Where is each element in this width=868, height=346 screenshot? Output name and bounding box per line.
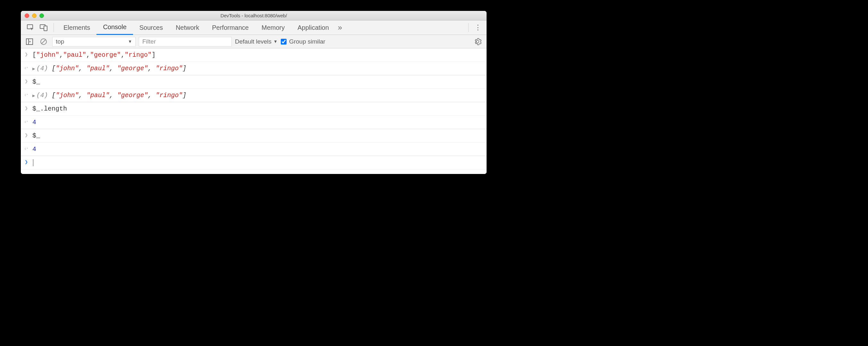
array-length-hint: (4) [36, 65, 52, 72]
group-similar-toggle[interactable]: Group similar [281, 38, 326, 45]
console-result-row: ‹•▶(4) ["john", "paul", "george", "ringo… [21, 89, 487, 102]
tab-memory[interactable]: Memory [255, 21, 291, 35]
console-input-code: $_ [32, 131, 40, 140]
execution-context-label: top [56, 38, 64, 45]
devtools-tabbar: ElementsConsoleSourcesNetworkPerformance… [21, 21, 487, 35]
console-result-value: ▶(4) ["john", "paul", "george", "ringo"] [32, 91, 187, 100]
divider [468, 23, 469, 32]
divider [54, 23, 54, 32]
output-chevron-icon: ‹• [23, 145, 29, 153]
devtools-window: DevTools - localhost:8080/web/ ElementsC… [21, 11, 487, 174]
console-input-row: ❯$_ [21, 129, 487, 143]
number-literal: 4 [32, 146, 36, 153]
console-input-row: ❯["john","paul","george","ringo"] [21, 49, 487, 62]
input-chevron-icon: ❯ [23, 131, 29, 140]
tab-performance[interactable]: Performance [206, 21, 255, 35]
console-result-value: 4 [32, 118, 36, 127]
toggle-sidebar-icon[interactable] [24, 38, 35, 45]
chevron-down-icon: ▼ [273, 39, 278, 44]
output-chevron-icon: ‹• [23, 64, 29, 72]
close-window-button[interactable] [25, 13, 29, 18]
console-result-value: 4 [32, 145, 36, 154]
console-result-value: ▶(4) ["john", "paul", "george", "ringo"] [32, 64, 187, 73]
more-tabs-icon[interactable]: » [335, 22, 345, 33]
console-output[interactable]: ❯["john","paul","george","ringo"]‹•▶(4) … [21, 49, 487, 174]
input-chevron-icon: ❯ [23, 104, 29, 113]
kebab-menu-icon[interactable]: ⋮ [472, 22, 485, 33]
output-chevron-icon: ‹• [23, 91, 29, 99]
console-prompt-input[interactable] [32, 158, 33, 167]
group-similar-label: Group similar [289, 38, 326, 45]
number-literal: 4 [32, 119, 36, 126]
titlebar: DevTools - localhost:8080/web/ [21, 11, 487, 21]
tab-sources[interactable]: Sources [133, 21, 169, 35]
tab-application[interactable]: Application [291, 21, 335, 35]
console-input-row: ❯$_ [21, 75, 487, 89]
zoom-window-button[interactable] [39, 13, 44, 18]
window-title: DevTools - localhost:8080/web/ [21, 13, 487, 18]
svg-rect-2 [44, 26, 47, 31]
expand-object-icon[interactable]: ▶ [32, 66, 36, 71]
console-settings-icon[interactable] [472, 37, 483, 46]
svg-line-6 [42, 40, 45, 43]
console-input-row: ❯$_.length [21, 102, 487, 116]
log-levels-label: Default levels [235, 38, 272, 45]
group-similar-checkbox[interactable] [281, 39, 286, 44]
prompt-chevron-icon: ❯ [23, 158, 29, 166]
inspect-element-icon[interactable] [24, 23, 37, 33]
input-chevron-icon: ❯ [23, 77, 29, 86]
input-chevron-icon: ❯ [23, 50, 29, 59]
minimize-window-button[interactable] [32, 13, 36, 18]
tab-network[interactable]: Network [169, 21, 206, 35]
tab-console[interactable]: Console [96, 21, 133, 35]
console-input-code: ["john","paul","george","ringo"] [32, 50, 155, 60]
expand-object-icon[interactable]: ▶ [32, 93, 36, 98]
console-input-code: $_ [32, 77, 40, 87]
output-chevron-icon: ‹• [23, 118, 29, 126]
device-toolbar-icon[interactable] [37, 23, 50, 33]
clear-console-icon[interactable] [38, 37, 49, 46]
console-prompt-row[interactable]: ❯ [21, 156, 487, 169]
chevron-down-icon: ▼ [128, 39, 132, 44]
console-result-row: ‹•4 [21, 116, 487, 129]
console-input-code: $_.length [32, 104, 67, 114]
svg-point-7 [477, 41, 478, 42]
console-filter-input[interactable] [139, 37, 232, 46]
log-levels-select[interactable]: Default levels ▼ [235, 38, 278, 45]
tab-elements[interactable]: Elements [57, 21, 96, 35]
console-result-row: ‹•▶(4) ["john", "paul", "george", "ringo… [21, 62, 487, 75]
window-controls [21, 13, 44, 18]
execution-context-select[interactable]: top ▼ [52, 37, 135, 46]
console-result-row: ‹•4 [21, 143, 487, 156]
console-toolbar: top ▼ Default levels ▼ Group similar [21, 35, 487, 49]
array-length-hint: (4) [36, 92, 52, 99]
text-caret [33, 159, 33, 166]
